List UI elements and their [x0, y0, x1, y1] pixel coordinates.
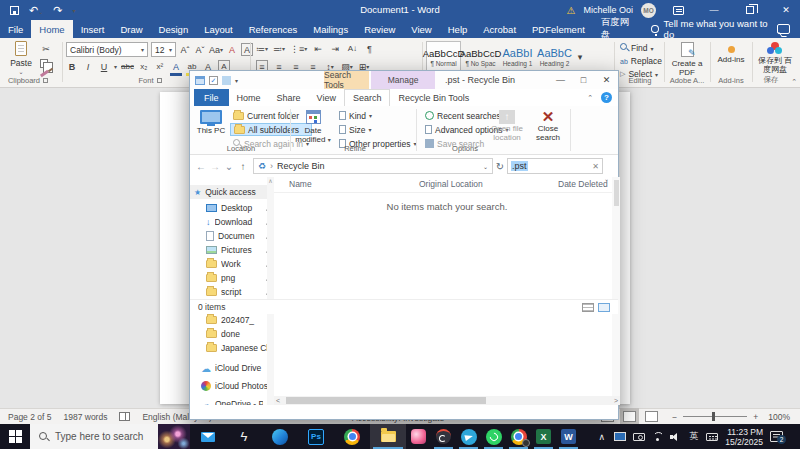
- comments-button[interactable]: [777, 20, 800, 38]
- phonetic-guide-button[interactable]: A: [226, 43, 238, 56]
- style-heading1[interactable]: AaBbIHeading 1: [500, 41, 535, 73]
- italic-button[interactable]: I: [82, 60, 94, 73]
- touch-keyboard-icon[interactable]: [706, 433, 718, 441]
- multilevel-list-button[interactable]: ⋮≡▾: [290, 42, 307, 55]
- baidu-save-button[interactable]: 保存到 百度网盘: [756, 42, 794, 74]
- manage-tab[interactable]: Manage: [371, 71, 435, 89]
- taskbar-chrome-profile[interactable]: [506, 424, 531, 449]
- text-effects-button[interactable]: A: [170, 60, 182, 73]
- customize-explorer-qat-button[interactable]: ▾: [235, 77, 238, 84]
- up-button[interactable]: ↑: [236, 161, 250, 172]
- sidebar-item-icloud-photos[interactable]: iCloud Photos: [190, 378, 274, 394]
- zoom-out-button[interactable]: −: [672, 412, 677, 422]
- print-layout-button[interactable]: [623, 411, 636, 422]
- zoom-level[interactable]: 100%: [768, 412, 790, 422]
- scroll-left-icon[interactable]: <: [276, 397, 280, 404]
- column-original-location[interactable]: Original Location: [419, 179, 483, 189]
- network-icon[interactable]: [652, 432, 663, 441]
- cast-icon[interactable]: [633, 433, 645, 441]
- paste-button[interactable]: Paste ⌄: [6, 41, 36, 75]
- tab-design[interactable]: Design: [151, 20, 197, 38]
- change-case-button[interactable]: Aa▾: [209, 43, 223, 56]
- tab-home[interactable]: Home: [31, 20, 72, 38]
- taskbar-excel[interactable]: X: [531, 424, 556, 449]
- find-button[interactable]: Find▾: [620, 42, 662, 54]
- style-heading2[interactable]: AaBbCHeading 2: [537, 41, 572, 73]
- open-file-location-button[interactable]: ↑ Open file location: [486, 110, 528, 142]
- sidebar-item-done[interactable]: done: [190, 327, 274, 341]
- search-input[interactable]: .pst ✕: [507, 158, 603, 174]
- avatar[interactable]: MO: [641, 3, 656, 18]
- search-highlight-image[interactable]: [158, 424, 190, 449]
- style-normal[interactable]: AaBbCcD¶ Normal: [426, 41, 461, 73]
- bullets-button[interactable]: ≔▾: [256, 42, 268, 55]
- underline-button[interactable]: U: [98, 60, 110, 73]
- replace-button[interactable]: abReplace: [620, 55, 662, 67]
- horizontal-scrollbar[interactable]: < >: [274, 396, 620, 405]
- zoom-slider[interactable]: [683, 416, 747, 417]
- account-name[interactable]: Michelle Ooi: [583, 5, 633, 15]
- tab-file[interactable]: File: [0, 20, 31, 38]
- character-border-button[interactable]: A: [241, 43, 253, 56]
- taskbar-dark-app[interactable]: [431, 424, 456, 449]
- sidebar-quick-access[interactable]: ★Quick access: [190, 185, 274, 199]
- start-button[interactable]: [0, 424, 30, 449]
- zoom-in-button[interactable]: +: [753, 412, 758, 422]
- decrease-indent-button[interactable]: ⇤: [312, 42, 324, 55]
- sidebar-item-japanese-class[interactable]: Japanese Cla: [190, 341, 274, 355]
- search-tools-tab[interactable]: Search Tools: [324, 71, 369, 89]
- menu-view[interactable]: View: [309, 89, 344, 106]
- numbering-button[interactable]: ≕▾: [273, 42, 285, 55]
- clear-search-icon[interactable]: ✕: [592, 162, 599, 171]
- help-icon[interactable]: ?: [601, 92, 612, 103]
- tab-references[interactable]: References: [241, 20, 306, 38]
- ime-indicator[interactable]: 英: [688, 430, 699, 443]
- proofing-icon[interactable]: [119, 412, 130, 421]
- subscript-button[interactable]: x₂: [138, 60, 150, 73]
- sidebar-item-work[interactable]: Work: [190, 257, 274, 271]
- sidebar-item-onedrive[interactable]: ☁OneDrive - Per∨: [190, 396, 274, 405]
- tab-layout[interactable]: Layout: [196, 20, 241, 38]
- tab-acrobat[interactable]: Acrobat: [475, 20, 524, 38]
- tab-review[interactable]: Review: [356, 20, 403, 38]
- warning-icon[interactable]: ⚠: [567, 5, 576, 16]
- sidebar-item-documents[interactable]: Documen: [190, 229, 274, 243]
- taskbar-bolt-app[interactable]: ϟ: [226, 424, 262, 449]
- sidebar-item-pictures[interactable]: Pictures: [190, 243, 274, 257]
- details-view-button[interactable]: [582, 303, 594, 312]
- tab-view[interactable]: View: [403, 20, 439, 38]
- tray-app-icon[interactable]: [614, 432, 626, 441]
- taskbar-edge[interactable]: [262, 424, 298, 449]
- explorer-minimize-button[interactable]: —: [549, 71, 572, 88]
- clipboard-dialog-launcher[interactable]: [43, 78, 48, 83]
- sidebar-item-download[interactable]: ↓Download: [190, 215, 274, 229]
- word-count[interactable]: 1987 words: [63, 412, 107, 422]
- page-indicator[interactable]: Page 2 of 5: [8, 412, 51, 422]
- volume-icon[interactable]: [670, 432, 681, 442]
- sort-button[interactable]: A↓: [346, 42, 358, 55]
- bold-button[interactable]: B: [66, 60, 78, 73]
- menu-recycle-bin-tools[interactable]: Recycle Bin Tools: [390, 89, 477, 106]
- menu-search[interactable]: Search: [344, 89, 391, 106]
- add-ins-button[interactable]: Add-ins: [714, 44, 748, 64]
- notification-center-icon[interactable]: 2: [770, 431, 783, 442]
- forward-button[interactable]: →: [208, 161, 222, 172]
- new-folder-icon[interactable]: [222, 76, 231, 85]
- close-button[interactable]: ✕: [772, 0, 800, 20]
- sidebar-scrollbar[interactable]: ∧: [267, 177, 274, 405]
- explorer-close-button[interactable]: ✕: [595, 71, 618, 88]
- menu-share[interactable]: Share: [269, 89, 309, 106]
- copy-button[interactable]: [40, 59, 48, 68]
- properties-icon[interactable]: ✓: [209, 76, 218, 85]
- sidebar-item-desktop[interactable]: Desktop: [190, 201, 274, 215]
- sidebar-item-script[interactable]: script: [190, 285, 274, 299]
- taskbar-mail[interactable]: [190, 424, 226, 449]
- style-no-spacing[interactable]: AaBbCcD¶ No Spac: [463, 41, 498, 73]
- this-pc-button[interactable]: This PC: [195, 110, 227, 135]
- tab-pdfelement[interactable]: PDFelement: [524, 20, 593, 38]
- ribbon-display-options-button[interactable]: [664, 0, 692, 20]
- grow-font-button[interactable]: Aˆ: [179, 43, 191, 56]
- taskbar-file-explorer[interactable]: [370, 424, 406, 449]
- sidebar-item-icloud-drive[interactable]: ☁iCloud Drive: [190, 360, 274, 376]
- styles-more-button[interactable]: ▾: [574, 51, 586, 64]
